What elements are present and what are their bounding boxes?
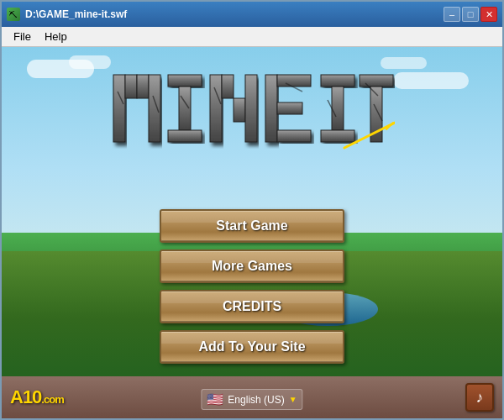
cloud-2 (69, 55, 111, 69)
close-button[interactable]: ✕ (480, 7, 497, 22)
svg-rect-24 (360, 75, 393, 87)
svg-rect-3 (149, 75, 160, 142)
svg-rect-21 (332, 87, 344, 130)
start-game-button[interactable]: Start Game (160, 209, 344, 243)
svg-rect-10 (210, 75, 222, 142)
window-title: D:\GAME_mine-it.swf (25, 8, 127, 20)
title-bar-left: ⛏ D:\GAME_mine-it.swf (7, 8, 127, 21)
svg-rect-20 (321, 75, 354, 87)
buttons-container: Start Game More Games CREDITS Add To You… (160, 209, 344, 364)
lang-dropdown-arrow: ▼ (289, 395, 297, 404)
svg-rect-11 (222, 75, 234, 98)
svg-rect-15 (265, 75, 277, 142)
svg-rect-17 (277, 102, 302, 114)
svg-rect-0 (113, 75, 125, 142)
flag-icon: 🇺🇸 (207, 391, 223, 407)
svg-rect-13 (245, 75, 257, 142)
add-to-site-button[interactable]: Add To Your Site (160, 330, 344, 364)
music-note-icon: ♪ (476, 389, 484, 407)
a10-logo-text: A10.com (10, 388, 64, 407)
svg-rect-12 (234, 98, 245, 122)
cloud-3 (393, 72, 469, 89)
credits-button[interactable]: CREDITS (160, 290, 344, 323)
a10-com-text: .com (41, 393, 63, 406)
language-label: English (US) (228, 394, 284, 406)
title-bar: ⛏ D:\GAME_mine-it.swf – □ ✕ (2, 2, 502, 27)
a10-logo-area: A10.com (10, 388, 64, 407)
game-logo (109, 62, 395, 154)
more-games-button[interactable]: More Games (160, 249, 344, 283)
app-window: ⛏ D:\GAME_mine-it.swf – □ ✕ File Help (0, 0, 504, 420)
bottom-bar: A10.com 🇺🇸 English (US) ▼ ♪ (2, 376, 502, 418)
svg-rect-2 (137, 75, 149, 98)
language-selector[interactable]: 🇺🇸 English (US) ▼ (201, 389, 302, 410)
logo-svg (109, 62, 395, 150)
window-controls: – □ ✕ (444, 7, 497, 22)
app-icon: ⛏ (7, 8, 20, 21)
svg-rect-22 (321, 130, 354, 142)
svg-rect-18 (277, 130, 311, 142)
svg-rect-16 (277, 75, 311, 87)
svg-rect-6 (168, 75, 202, 87)
music-button[interactable]: ♪ (465, 383, 494, 412)
svg-rect-8 (168, 130, 202, 142)
maximize-button[interactable]: □ (462, 7, 479, 22)
menu-bar: File Help (2, 27, 502, 47)
svg-rect-1 (125, 75, 137, 98)
menu-file[interactable]: File (7, 29, 38, 45)
game-area: Start Game More Games CREDITS Add To You… (2, 47, 502, 418)
menu-help[interactable]: Help (38, 29, 74, 45)
a10-text: A10 (10, 386, 41, 407)
minimize-button[interactable]: – (444, 7, 460, 22)
